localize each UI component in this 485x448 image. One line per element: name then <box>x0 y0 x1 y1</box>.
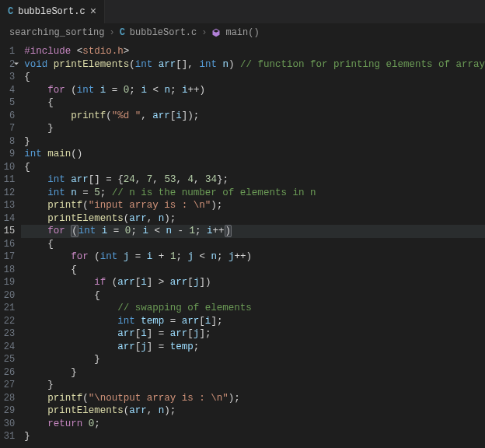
line-number: 5 <box>0 96 15 110</box>
chevron-right-icon: › <box>201 27 207 38</box>
line-number: 6 <box>0 110 15 123</box>
code-line[interactable]: arr[i] = arr[j]; <box>21 327 485 341</box>
line-number-gutter: 1234567891011121314151617181920212223242… <box>0 42 21 448</box>
symbol-method-icon <box>211 28 221 37</box>
line-number: 18 <box>0 264 15 277</box>
code-line[interactable]: int temp = arr[i]; <box>21 315 485 328</box>
breadcrumb[interactable]: searching_sorting › C bubbleSort.c › mai… <box>0 23 485 42</box>
line-number: 13 <box>0 199 15 212</box>
code-line[interactable]: } <box>21 430 485 443</box>
code-line[interactable]: printf("input array is : \n"); <box>21 199 485 212</box>
line-number: 1 <box>0 45 15 58</box>
code-line[interactable]: printElements(arr, n); <box>21 404 485 418</box>
line-number: 29 <box>0 404 15 418</box>
line-number: 21 <box>0 302 15 315</box>
line-number: 22 <box>0 315 15 328</box>
line-number: 23 <box>0 327 15 341</box>
line-number: 9 <box>0 148 15 161</box>
code-line[interactable]: for (int j = i + 1; j < n; j++) <box>21 250 485 264</box>
line-number: 17 <box>0 250 15 264</box>
line-number: 8 <box>0 135 15 149</box>
line-number: 28 <box>0 392 15 405</box>
code-line[interactable]: { <box>21 264 485 277</box>
tab-bar: C bubbleSort.c × <box>0 0 485 23</box>
code-line[interactable]: if (arr[i] > arr[j]) <box>21 276 485 289</box>
line-number: 19 <box>0 276 15 289</box>
line-number: 10 <box>0 161 15 174</box>
code-line[interactable]: int arr[] = {24, 7, 53, 4, 34}; <box>21 173 485 187</box>
code-line[interactable]: { <box>21 161 485 174</box>
line-number: 12 <box>0 187 15 200</box>
line-number: 31 <box>0 430 15 443</box>
code-line[interactable]: } <box>21 379 485 392</box>
code-line[interactable]: } <box>21 122 485 135</box>
code-line[interactable]: printf("%d ", arr[i]); <box>21 110 485 123</box>
line-number: 20 <box>0 289 15 303</box>
code-line[interactable]: { <box>21 289 485 303</box>
code-line[interactable]: { <box>21 71 485 84</box>
code-line[interactable]: for (int i = 0; i < n; i++) <box>21 84 485 97</box>
line-number: 26 <box>0 366 15 380</box>
code-line[interactable]: { <box>21 96 485 110</box>
line-number: 24 <box>0 341 15 354</box>
code-line[interactable]: printf("\noutput array is : \n"); <box>21 392 485 405</box>
close-icon[interactable]: × <box>90 6 96 17</box>
line-number: 25 <box>0 353 15 366</box>
breadcrumb-file[interactable]: bubbleSort.c <box>130 27 197 38</box>
line-number: 30 <box>0 418 15 431</box>
code-line[interactable]: #include <stdio.h> <box>21 45 485 58</box>
c-file-icon: C <box>120 27 125 38</box>
code-line[interactable]: // swapping of elements <box>21 302 485 315</box>
code-line[interactable]: for (int i = 0; i < n - 1; i++) <box>21 225 485 238</box>
line-number: 27 <box>0 379 15 392</box>
line-number: 14 <box>0 212 15 226</box>
code-area[interactable]: #include <stdio.h>void printElements(int… <box>21 42 485 448</box>
code-line[interactable]: int main() <box>21 148 485 161</box>
line-number: 11 <box>0 173 15 187</box>
chevron-right-icon: › <box>109 27 114 38</box>
code-line[interactable]: void printElements(int arr[], int n) // … <box>21 58 485 72</box>
breadcrumb-folder[interactable]: searching_sorting <box>9 27 104 38</box>
code-line[interactable]: arr[j] = temp; <box>21 341 485 354</box>
line-number: 15 <box>0 225 15 238</box>
c-file-icon: C <box>8 6 13 17</box>
tab-label: bubbleSort.c <box>18 6 85 17</box>
code-line[interactable]: printElements(arr, n); <box>21 212 485 226</box>
code-line[interactable]: { <box>21 238 485 251</box>
code-line[interactable]: } <box>21 353 485 366</box>
code-line[interactable]: int n = 5; // n is the number of element… <box>21 187 485 200</box>
code-line[interactable]: } <box>21 135 485 149</box>
line-number: 4 <box>0 84 15 97</box>
tab-bubblesort[interactable]: C bubbleSort.c × <box>0 0 105 23</box>
code-editor[interactable]: 1234567891011121314151617181920212223242… <box>0 42 485 448</box>
line-number: 3 <box>0 71 15 84</box>
breadcrumb-symbol[interactable]: main() <box>225 27 259 38</box>
fold-chevron-icon[interactable] <box>12 59 21 68</box>
line-number: 16 <box>0 238 15 251</box>
code-line[interactable]: return 0; <box>21 418 485 431</box>
code-line[interactable]: } <box>21 366 485 380</box>
line-number: 7 <box>0 122 15 135</box>
